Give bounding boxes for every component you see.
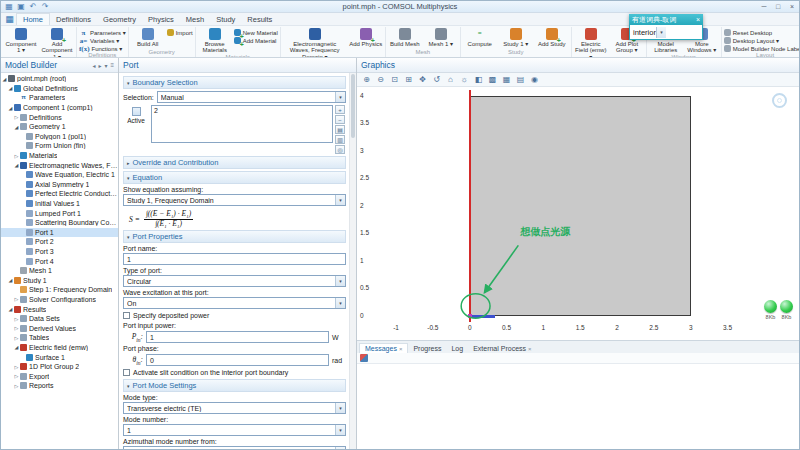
selection-list[interactable]: 2 (151, 105, 333, 143)
tree-expand-arrow[interactable]: ◢ (13, 344, 20, 350)
plot-canvas[interactable]: 8Kb8Kb -1-0.500.511.522.533.543.532.521.… (357, 87, 799, 340)
deposited-power-checkbox[interactable] (123, 312, 130, 319)
selection-list-item[interactable]: 2 (154, 107, 330, 114)
port-phase-input[interactable]: 0 (146, 354, 329, 366)
ribbon-tab-mesh[interactable]: Mesh (180, 14, 210, 25)
ribbon-item[interactable]: Add Study (535, 27, 569, 47)
wireframe-icon[interactable]: ▩ (486, 74, 499, 86)
file-menu-button[interactable]: ▦ (3, 13, 16, 25)
close-button[interactable]: × (785, 1, 799, 12)
close-icon[interactable]: × (528, 346, 532, 352)
tree-item[interactable]: πParameters (1, 93, 118, 103)
tree-item[interactable]: Scattering Boundary Condition 1 (1, 218, 118, 228)
tree-expand-arrow[interactable]: ◢ (7, 277, 14, 283)
zoom-in-icon[interactable]: ⊕ (360, 74, 373, 86)
tree-expand-arrow[interactable]: ◢ (13, 162, 20, 168)
tree-item[interactable]: ◢Geometry 1 (1, 122, 118, 132)
ribbon-item[interactable]: Electric Field (emw) ▾ (574, 27, 608, 58)
slit-condition-checkbox[interactable] (123, 369, 130, 376)
remove-button[interactable]: − (335, 115, 345, 124)
section-port-mode-settings[interactable]: ▾ Port Mode Settings (123, 379, 346, 392)
tree-item[interactable]: ▷Derived Values (1, 323, 118, 333)
tree-item[interactable]: Port 4 (1, 256, 118, 266)
dictionary-popup-header[interactable]: 有道词典-取词 × (629, 14, 703, 25)
tree-item[interactable]: ◢Electric field (emw) (1, 343, 118, 353)
messages-tab-external-process[interactable]: External Process× (468, 344, 536, 353)
tree-expand-arrow[interactable]: ▷ (13, 316, 20, 322)
rotate-icon[interactable]: ↺ (430, 74, 443, 86)
floating-ball[interactable]: 8Kb (780, 300, 793, 320)
ribbon-item[interactable]: Component 1 ▾ (4, 27, 38, 54)
ribbon-item[interactable]: f(x)Functions ▾ (79, 45, 126, 52)
scene-light-icon[interactable]: ☼ (458, 74, 471, 86)
tree-expand-arrow[interactable]: ▷ (13, 325, 20, 331)
tree-item[interactable]: Initial Values 1 (1, 199, 118, 209)
tree-item[interactable]: ◢Results (1, 304, 118, 314)
ribbon-item[interactable]: New Material (234, 29, 278, 36)
tree-item[interactable]: ◢Electromagnetic Waves, Frequency Domain… (1, 160, 118, 170)
transparency-icon[interactable]: ◧ (472, 74, 485, 86)
maximize-button[interactable]: □ (771, 1, 785, 12)
ribbon-item[interactable]: Import (167, 29, 193, 36)
port-type-dropdown[interactable]: Circular ▾ (123, 275, 346, 287)
tree-expand-arrow[interactable]: ▷ (13, 383, 20, 389)
tree-expand-arrow[interactable]: ◢ (1, 76, 8, 82)
section-boundary-selection[interactable]: ▾ Boundary Selection (123, 76, 346, 89)
ribbon-item[interactable]: Mesh 1 ▾ (424, 27, 458, 47)
section-equation[interactable]: ▾ Equation (123, 171, 346, 184)
ribbon-tab-physics[interactable]: Physics (142, 14, 180, 25)
ribbon-item[interactable]: =Compute (463, 27, 497, 47)
zoom-box-icon[interactable]: ⊞ (402, 74, 415, 86)
floating-ball[interactable]: 8Kb (764, 300, 777, 320)
tree-expand-arrow[interactable]: ▷ (13, 335, 20, 341)
tree-item[interactable]: Port 2 (1, 237, 118, 247)
tree-item[interactable]: Lumped Port 1 (1, 208, 118, 218)
section-override[interactable]: ▸ Override and Contribution (123, 156, 346, 169)
dictionary-word-box[interactable]: interior ▾ (629, 25, 703, 40)
copy-button[interactable]: ▤ (335, 125, 345, 134)
ribbon-tab-study[interactable]: Study (210, 14, 241, 25)
minimize-button[interactable]: ─ (757, 1, 771, 12)
print-icon[interactable]: ▤ (514, 74, 527, 86)
tree-item[interactable]: ◢Global Definitions (1, 84, 118, 94)
ribbon-item[interactable]: a=Variables ▾ (79, 37, 126, 44)
messages-tab-progress[interactable]: Progress (408, 344, 446, 353)
messages-tab-messages[interactable]: Messages× (359, 343, 408, 353)
toolbar-menu-icon[interactable]: ≡ (110, 62, 114, 69)
tree-item[interactable]: Axial Symmetry 1 (1, 180, 118, 190)
ribbon-item[interactable]: Browse Materials (198, 27, 232, 54)
pan-icon[interactable]: ✥ (416, 74, 429, 86)
active-toggle-icon[interactable] (132, 107, 141, 116)
paste-button[interactable]: ▥ (335, 135, 345, 144)
tree-item[interactable]: ▷Export (1, 371, 118, 381)
tree-item[interactable]: Wave Equation, Electric 1 (1, 170, 118, 180)
tree-item[interactable]: ◢point.mph (root) (1, 74, 118, 84)
add-button[interactable]: + (335, 105, 345, 114)
messages-toolbar-icon[interactable] (360, 354, 368, 362)
ribbon-item[interactable]: Add Physics (349, 27, 383, 47)
ribbon-item[interactable]: Desktop Layout ▾ (724, 37, 799, 44)
ribbon-item[interactable]: Add Component 1 ▾ (40, 27, 74, 58)
ribbon-item[interactable]: Build All (131, 27, 165, 47)
tree-item[interactable]: ▷Definitions (1, 112, 118, 122)
tree-item[interactable]: ▷Reports (1, 381, 118, 391)
tree-expand-arrow[interactable]: ◢ (7, 105, 14, 111)
tree-expand-arrow[interactable]: ▷ (13, 373, 20, 379)
tree-item[interactable]: ▷Data Sets (1, 314, 118, 324)
azimuthal-from-dropdown[interactable]: User defined ▾ (123, 446, 346, 449)
ribbon-item[interactable]: Reset Desktop (724, 29, 799, 36)
section-port-properties[interactable]: ▾ Port Properties (123, 230, 346, 243)
scrollbar-thumb[interactable] (351, 74, 355, 138)
ribbon-tab-results[interactable]: Results (241, 14, 278, 25)
close-icon[interactable]: × (399, 346, 403, 352)
tree-item[interactable]: Polygon 1 (pol1) (1, 132, 118, 142)
nav-back-icon[interactable]: ◂ (92, 62, 95, 69)
mode-type-dropdown[interactable]: Transverse electric (TE) ▾ (123, 402, 346, 414)
tree-item[interactable]: ◢Component 1 (comp1) (1, 103, 118, 113)
wave-excitation-dropdown[interactable]: On ▾ (123, 297, 346, 309)
port-vertex[interactable] (468, 314, 472, 318)
node-menu-icon[interactable]: ▾ (104, 62, 107, 69)
tree-expand-arrow[interactable]: ▷ (13, 364, 20, 370)
ribbon-item[interactable]: Electromagnetic Waves, Frequency Domain … (283, 27, 347, 58)
zoom-button[interactable]: ◎ (335, 145, 345, 154)
